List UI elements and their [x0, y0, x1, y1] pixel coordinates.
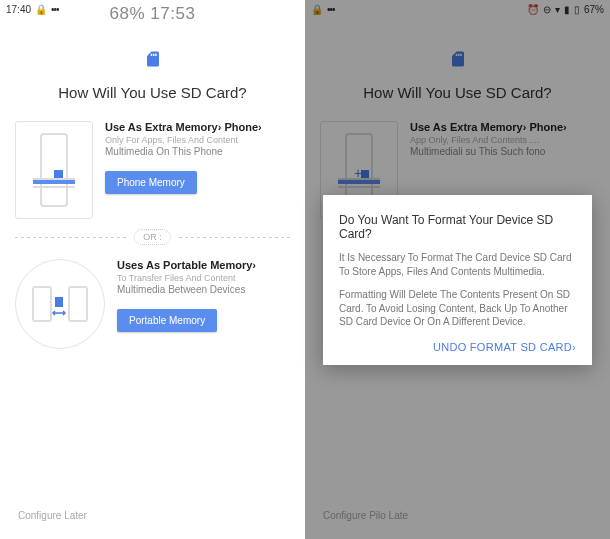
phone-memory-icon	[15, 121, 93, 219]
screen-left: 17:40 🔒 ••• 68% 17:53 How Will You Use S…	[0, 0, 305, 539]
or-divider: OR :	[15, 229, 290, 245]
dialog-title: Do You Want To Format Your Device SD Car…	[339, 213, 576, 241]
opt1-sub: Only For Apps, Files And Content	[105, 135, 290, 145]
opt1-title: Use As Extra Memory› Phone›	[105, 121, 290, 133]
status-time: 17:40	[6, 4, 31, 15]
screen-right: 🔒 ••• ⏰ ⊖ ▾ ▮ ▯ 67% How Will You Use SD …	[305, 0, 610, 539]
svg-rect-2	[33, 180, 75, 184]
opt2-sub: To Transfer Files And Content	[117, 273, 290, 283]
content: How Will You Use SD Card? Use As Extra M…	[0, 18, 305, 369]
lock-icon: 🔒	[35, 4, 47, 15]
option-phone-memory: Use As Extra Memory› Phone› Only For App…	[15, 121, 290, 219]
page-title: How Will You Use SD Card?	[15, 84, 290, 101]
option-portable-memory: Uses As Portable Memory› To Transfer Fil…	[15, 259, 290, 349]
configure-later-link[interactable]: Configure Later	[18, 510, 87, 521]
or-text: OR :	[134, 229, 171, 245]
center-clock: 68% 17:53	[110, 4, 196, 24]
sd-card-icon	[144, 50, 162, 72]
dialog-text-1: It Is Necessary To Format The Card Devic…	[339, 251, 576, 278]
svg-rect-7	[55, 297, 63, 307]
svg-rect-6	[69, 287, 87, 321]
portable-memory-icon	[15, 259, 105, 349]
opt2-desc: Multimedia Between Devices	[117, 284, 290, 295]
opt2-title: Uses As Portable Memory›	[117, 259, 290, 271]
more-icon: •••	[51, 4, 59, 15]
format-dialog: Do You Want To Format Your Device SD Car…	[323, 195, 592, 365]
dialog-text-2: Formatting Will Delete The Contents Pres…	[339, 288, 576, 329]
svg-rect-4	[33, 186, 75, 188]
portable-memory-button[interactable]: Portable Memory	[117, 309, 217, 332]
undo-format-button[interactable]: UNDO FORMAT SD CARD›	[339, 341, 576, 353]
svg-rect-5	[33, 287, 51, 321]
opt1-desc: Multimedia On This Phone	[105, 146, 290, 157]
phone-memory-button[interactable]: Phone Memory	[105, 171, 197, 194]
svg-rect-3	[33, 178, 75, 180]
